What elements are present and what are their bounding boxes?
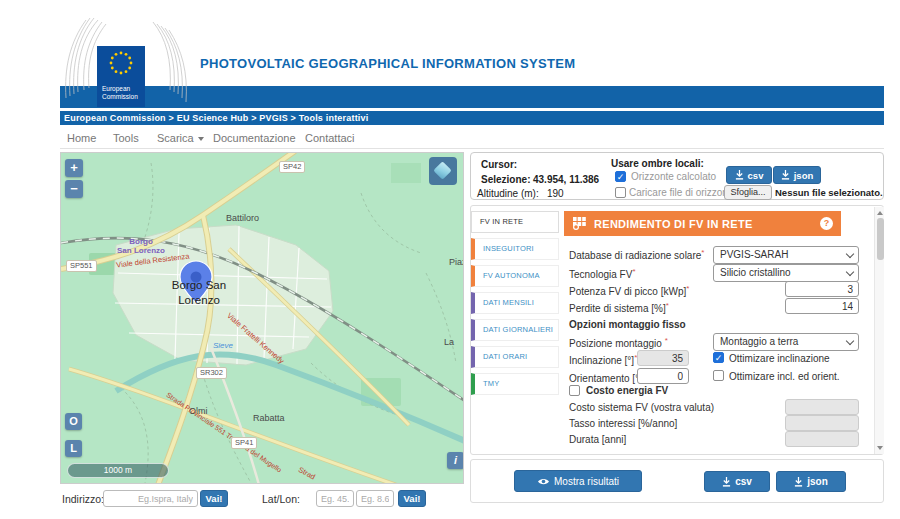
technology-select[interactable]: Silicio cristallino xyxy=(713,264,859,282)
lat-input[interactable] xyxy=(316,490,354,507)
results-csv-button[interactable]: csv xyxy=(704,471,770,492)
mounting-position-select[interactable]: Montaggio a terra xyxy=(713,333,859,351)
locate-button[interactable]: O xyxy=(65,413,82,430)
nav-item-contattaci[interactable]: Contattaci xyxy=(305,132,355,144)
address-input[interactable] xyxy=(103,490,198,507)
cursor-label: Cursor: xyxy=(481,159,517,170)
map-label-place-2: Lorenzo xyxy=(149,294,249,306)
interest-label: Tasso interessi [%/anno] xyxy=(569,418,677,429)
map-label-olmi: Olmi xyxy=(189,406,208,416)
info-button[interactable]: i xyxy=(447,452,464,469)
tab-tmy[interactable]: TMY xyxy=(471,373,559,395)
peak-power-input[interactable] xyxy=(785,281,859,297)
optimize-both-label[interactable]: Ottimizare incl. ed orient. xyxy=(729,371,840,382)
tab-inseguitori[interactable]: INSEGUITORI xyxy=(471,238,559,260)
zoom-in-button[interactable]: + xyxy=(65,159,83,177)
required-mark: * xyxy=(666,301,669,310)
form-title: RENDIMENTO DI FV IN RETE xyxy=(594,218,813,230)
optimize-slope-checkbox[interactable]: ✓ xyxy=(713,352,724,363)
map-label-battiloro: Battiloro xyxy=(226,213,259,223)
tab-dati-orari[interactable]: DATI ORARI xyxy=(471,346,559,368)
legend-button[interactable]: L xyxy=(65,440,82,457)
results-json-label: json xyxy=(807,476,828,487)
download-icon xyxy=(794,477,803,487)
chevron-down-icon xyxy=(846,268,854,276)
map-label-borgo-small-1: Borgo xyxy=(106,237,176,246)
selection-value: 43.954, 11.386 xyxy=(533,174,599,185)
interest-input xyxy=(785,415,859,431)
optimize-both-checkbox[interactable] xyxy=(713,370,724,381)
download-icon xyxy=(781,170,790,180)
technology-label: Tecnologia FV* xyxy=(569,267,636,280)
nav-item-documentazione[interactable]: Documentazione xyxy=(213,132,296,144)
required-mark: * xyxy=(632,267,635,276)
tab-fv-in-rete[interactable]: FV IN RETE xyxy=(471,211,559,233)
zoom-out-button[interactable]: − xyxy=(65,180,83,198)
horizon-json-button[interactable]: json xyxy=(773,166,821,184)
required-mark: * xyxy=(665,336,668,345)
map-scale-bar: 1000 m xyxy=(67,463,169,478)
database-select[interactable]: PVGIS-SARAH xyxy=(713,246,859,264)
latlon-go-button[interactable]: Vai! xyxy=(398,490,426,507)
show-results-label: Mostra risultati xyxy=(554,476,619,487)
solar-panel-icon xyxy=(572,217,587,230)
shadows-title: Usare ombre locali: xyxy=(611,158,704,169)
horizon-upload-checkbox[interactable] xyxy=(615,187,626,198)
download-icon xyxy=(722,477,731,487)
map-canvas[interactable]: Battiloro Borgo San Lorenzo Viale della … xyxy=(60,152,464,484)
form-scrollbar[interactable] xyxy=(874,207,884,454)
cursor-panel: Cursor: Selezione: 43.954, 11.386 Altitu… xyxy=(470,152,884,200)
database-value: PVGIS-SARAH xyxy=(720,249,788,260)
pv-cost-section-title[interactable]: Costo energia FV xyxy=(586,385,668,396)
horizon-json-label: json xyxy=(794,170,814,181)
altitude-label: Altitudine (m): xyxy=(477,188,539,199)
results-json-button[interactable]: json xyxy=(776,471,846,492)
road-badge-sp551: SP551 xyxy=(66,260,97,272)
scroll-up-icon[interactable] xyxy=(877,211,883,215)
latlon-label: Lat/Lon: xyxy=(262,493,300,505)
form-header: RENDIMENTO DI FV IN RETE ? xyxy=(564,211,841,236)
slope-input xyxy=(637,350,689,366)
system-loss-input[interactable] xyxy=(785,298,859,314)
duration-input xyxy=(785,431,859,447)
tool-panel: FV IN RETE INSEGUITORI FV AUTONOMA DATI … xyxy=(470,205,884,455)
peak-power-label: Potenza FV di picco [kWp]* xyxy=(569,284,689,297)
breadcrumb[interactable]: European Commission > EU Science Hub > P… xyxy=(64,113,368,123)
ec-logo-label: European Commission xyxy=(97,80,145,107)
address-go-button[interactable]: Vai! xyxy=(200,490,228,507)
check-icon: ✓ xyxy=(617,172,625,182)
horizon-calc-checkbox[interactable]: ✓ xyxy=(615,171,626,182)
map-label-sieve: Sieve xyxy=(213,341,233,350)
horizon-calc-label[interactable]: Orizzonte calcolato xyxy=(631,171,716,182)
pv-cost-checkbox[interactable] xyxy=(569,385,580,396)
slope-label: Inclinazione [°]* xyxy=(569,353,637,366)
help-icon[interactable]: ? xyxy=(820,217,833,230)
optimize-slope-label[interactable]: Ottimizare inclinazione xyxy=(729,353,830,364)
road-badge-sr302: SR302 xyxy=(196,367,227,379)
actions-bar: Mostra risultati csv json xyxy=(470,459,884,503)
nav-item-scarica-label: Scarica xyxy=(157,132,194,144)
horizon-upload-label[interactable]: Caricare file di orizzonte xyxy=(629,187,736,198)
nav-item-home[interactable]: Home xyxy=(67,132,96,144)
map-label-la: La xyxy=(444,337,454,347)
scroll-down-icon[interactable] xyxy=(877,446,883,450)
tab-dati-mensili[interactable]: DATI MENSILI xyxy=(471,292,559,314)
show-results-button[interactable]: Mostra risultati xyxy=(514,470,642,492)
system-cost-input xyxy=(785,399,859,415)
azimuth-input[interactable] xyxy=(637,368,689,384)
tab-fv-autonoma[interactable]: FV AUTONOMA xyxy=(471,265,559,287)
scrollbar-thumb[interactable] xyxy=(877,218,884,260)
nav-item-tools[interactable]: Tools xyxy=(113,132,139,144)
no-file-text: Nessun file selezionato. xyxy=(775,187,883,198)
browse-button[interactable]: Sfoglia... xyxy=(724,185,772,200)
azimuth-label: Orientamento [°]* xyxy=(569,371,645,384)
ec-logo-line2: Commission xyxy=(102,93,145,101)
ec-logo-line1: European xyxy=(102,85,145,93)
layers-button[interactable] xyxy=(429,157,457,185)
tab-dati-giornalieri[interactable]: DATI GIORNALIERI xyxy=(471,319,559,341)
lon-input[interactable] xyxy=(356,490,394,507)
technology-value: Silicio cristallino xyxy=(720,267,791,278)
nav-item-scarica[interactable]: Scarica xyxy=(157,132,204,144)
horizon-csv-button[interactable]: csv xyxy=(726,166,772,184)
database-label: Database di radiazione solare* xyxy=(569,248,704,261)
